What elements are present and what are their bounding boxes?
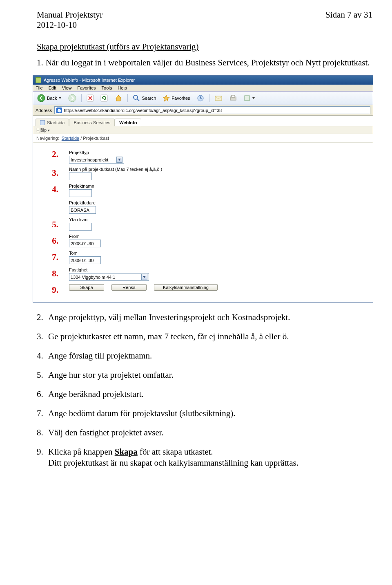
forward-button[interactable] xyxy=(66,93,79,103)
projektledare-input[interactable]: BORASA xyxy=(69,206,96,214)
fastighet-select[interactable]: 1304 Viggbyholm 44:1 xyxy=(69,273,149,281)
search-label: Search xyxy=(142,96,156,101)
kalkyl-button[interactable]: Kalkylsammanställning xyxy=(154,284,218,291)
intro-text: När du loggat in i webportalen väljer du… xyxy=(46,58,370,68)
chevron-down-icon xyxy=(116,157,122,163)
mail-button[interactable] xyxy=(212,93,225,103)
tab-bs-label: Business Services xyxy=(74,120,110,125)
square-icon xyxy=(244,95,250,101)
step-6-text: Ange beräknad projektstart. xyxy=(48,389,144,399)
breadcrumb: Navigering: Startsida / Projektutkast xyxy=(33,134,373,143)
tom-value: 2009-01-30 xyxy=(71,258,94,263)
step-2-text: Ange projekttyp, välj mellan Investering… xyxy=(48,312,290,323)
step-9-skapa: Skapa xyxy=(115,447,138,457)
menu-bar: File Edit View Favorites Tools Help xyxy=(33,85,373,91)
window-title: Agresso WebInfo - Microsoft Internet Exp… xyxy=(44,78,135,83)
breadcrumb-start[interactable]: Startsida xyxy=(62,136,79,141)
back-arrow-icon xyxy=(37,94,45,102)
menu-file[interactable]: File xyxy=(36,85,43,90)
print-button[interactable] xyxy=(227,93,240,103)
step-5-num: 5. xyxy=(37,370,46,380)
fastighet-label: Fastighet xyxy=(69,267,373,272)
tab-webinfo-label: WebInfo xyxy=(119,120,137,125)
refresh-button[interactable] xyxy=(98,93,110,103)
projekttyp-label: Projekttyp xyxy=(69,150,373,155)
search-button[interactable]: Search xyxy=(130,93,158,103)
callout-7: 7. xyxy=(33,253,58,269)
skapa-button[interactable]: Skapa xyxy=(69,284,104,291)
step-9-final: Ditt projektutkast är nu skapat och kalk… xyxy=(48,458,372,468)
from-value: 2008-01-30 xyxy=(71,241,94,246)
step-5-text: Ange hur stor yta projektet omfattar. xyxy=(48,370,174,380)
projektnamn-input[interactable] xyxy=(69,189,92,197)
browser-window: Agresso WebInfo - Microsoft Internet Exp… xyxy=(33,75,373,303)
projekttyp-select[interactable]: Investeringsprojekt xyxy=(69,156,124,164)
step-9a: Klicka på knappen xyxy=(48,447,115,457)
tab-startsida[interactable]: Startsida xyxy=(36,119,69,126)
menu-view[interactable]: View xyxy=(62,85,72,90)
window-titlebar: Agresso WebInfo - Microsoft Internet Exp… xyxy=(33,76,373,85)
chevron-down-icon xyxy=(141,274,147,280)
projekttyp-value: Investeringsprojekt xyxy=(71,157,108,162)
svg-point-1 xyxy=(69,94,76,102)
mail-icon xyxy=(214,94,223,102)
step-3-num: 3. xyxy=(37,332,46,342)
back-button[interactable]: Back xyxy=(35,93,64,103)
instruction-list: 2.Ange projekttyp, välj mellan Investeri… xyxy=(37,312,372,468)
step-8-num: 8. xyxy=(37,428,46,438)
help-menu[interactable]: Hjälp xyxy=(36,128,47,132)
history-button[interactable] xyxy=(194,93,207,103)
dropdown-icon xyxy=(58,96,62,100)
extra-button[interactable] xyxy=(241,94,258,103)
projektledare-label: Projektledare xyxy=(69,200,373,205)
yta-label: Yta i kvm xyxy=(69,217,373,222)
breadcrumb-tail: / Projektutkast xyxy=(79,136,109,141)
svg-rect-9 xyxy=(232,95,235,97)
tab-startsida-label: Startsida xyxy=(47,120,65,125)
callout-9: 9. xyxy=(33,286,58,298)
tab-webinfo[interactable]: WebInfo xyxy=(115,119,141,126)
callout-6: 6. xyxy=(33,237,58,253)
doc-date: 2012-10-10 xyxy=(37,20,103,30)
from-input[interactable]: 2008-01-30 xyxy=(69,240,101,247)
favorites-button[interactable]: Favorites xyxy=(160,93,192,103)
fastighet-value: 1304 Viggbyholm 44:1 xyxy=(71,275,115,280)
address-label: Address xyxy=(36,108,52,113)
forward-arrow-icon xyxy=(68,94,76,102)
section-title: Skapa projektutkast (utförs av Projektan… xyxy=(37,42,372,52)
yta-input[interactable] xyxy=(69,223,92,231)
refresh-icon xyxy=(100,94,108,102)
home-button[interactable] xyxy=(112,93,125,103)
address-bar: Address https://sestweb52.skandianordic.… xyxy=(33,105,373,116)
callout-5: 5. xyxy=(33,220,58,237)
favorites-label: Favorites xyxy=(172,96,190,101)
menu-favorites[interactable]: Favorites xyxy=(77,85,96,90)
dropdown-icon xyxy=(252,96,255,100)
breadcrumb-label: Navigering: xyxy=(36,136,59,141)
doc-title: Manual Projektstyr xyxy=(37,10,103,20)
from-label: From xyxy=(69,234,373,239)
menu-help[interactable]: Help xyxy=(118,85,127,90)
tab-business-services[interactable]: Business Services xyxy=(69,119,115,126)
page-number: Sidan 7 av 31 xyxy=(325,10,372,30)
step-8-text: Välj den fastighet projektet avser. xyxy=(48,428,164,438)
rensa-button[interactable]: Rensa xyxy=(111,284,147,291)
utkastnamn-label: Namn på projektutkast (Max 7 tecken ej å… xyxy=(69,167,373,172)
address-input[interactable]: https://sestweb52.skandianordic.org/webi… xyxy=(54,106,370,114)
app-favicon-icon xyxy=(36,77,41,83)
menu-edit[interactable]: Edit xyxy=(49,85,56,90)
stop-icon xyxy=(87,94,94,102)
step-7-num: 7. xyxy=(37,408,46,419)
tom-input[interactable]: 2009-01-30 xyxy=(69,256,101,264)
step-9-num: 9. xyxy=(37,447,46,457)
callout-4: 4. xyxy=(33,185,58,202)
menu-tools[interactable]: Tools xyxy=(102,85,112,90)
print-icon xyxy=(229,94,237,102)
content-tabs: Startsida Business Services WebInfo xyxy=(33,116,373,126)
step-4-num: 4. xyxy=(37,351,46,361)
svg-rect-3 xyxy=(101,95,107,101)
stop-button[interactable] xyxy=(84,93,96,103)
svg-line-5 xyxy=(137,99,139,101)
utkastnamn-input[interactable] xyxy=(69,173,92,180)
svg-rect-10 xyxy=(245,96,249,101)
